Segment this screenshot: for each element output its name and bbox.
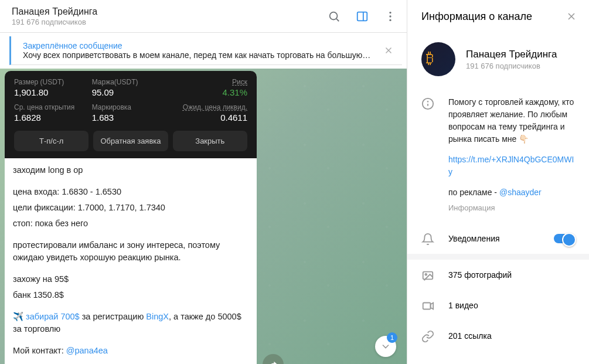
msg-line: захожу на 95$	[13, 273, 248, 285]
info-label: Информация	[448, 202, 575, 214]
msg-line: стоп: пока без него	[13, 217, 248, 230]
svg-rect-17	[423, 302, 431, 309]
message-bubble: Размер (USDT)1,901.80 Маржа(USDT)95.09 Р…	[5, 71, 257, 364]
trade-liq-label: Ожид. цена ликвид.	[169, 103, 247, 111]
trade-avg-label: Ср. цена открытия	[14, 103, 92, 111]
trade-liq-value: 0.4611	[169, 113, 247, 123]
link-icon	[421, 330, 434, 343]
trade-mark-value: 1.683	[92, 113, 170, 123]
more-icon[interactable]	[379, 5, 402, 28]
svg-rect-2	[358, 12, 367, 21]
trade-mark-label: Маркировка	[92, 103, 170, 111]
message-text: заходим long в op цена входа: 1.6830 - 1…	[5, 158, 257, 364]
avatar	[421, 42, 455, 76]
promo-link[interactable]: забирай 700$	[26, 312, 80, 321]
subscriber-count: 191 676 подписчиков	[12, 18, 322, 26]
tpsl-button[interactable]: Т-п/с-л	[14, 131, 88, 151]
pinned-title: Закреплённое сообщение	[23, 41, 373, 50]
sidebar-header: Информация о канале	[407, 0, 589, 33]
photos-row[interactable]: 375 фотографий	[407, 260, 589, 290]
search-icon[interactable]	[322, 5, 346, 28]
msg-line: заходим long в op	[13, 164, 248, 176]
reverse-button[interactable]: Обратная заявка	[93, 131, 168, 151]
svg-point-0	[330, 12, 338, 19]
notifications-row[interactable]: Уведомления	[407, 223, 589, 254]
svg-point-5	[389, 15, 391, 17]
svg-point-6	[389, 19, 391, 21]
pinned-text: Хочу всех поприветствовать в моем канале…	[23, 50, 373, 60]
pinned-message[interactable]: Закреплённое сообщение Хочу всех поприве…	[9, 36, 402, 65]
bell-icon	[421, 233, 434, 246]
trade-margin-label: Маржа(USDT)	[92, 78, 170, 86]
close-sidebar-icon[interactable]	[561, 6, 582, 27]
chat-header: Панацея Трейдинга 191 676 подписчиков	[0, 0, 407, 33]
chat-title-block[interactable]: Панацея Трейдинга 191 676 подписчиков	[12, 6, 322, 26]
promo-line: ✈️ забирай 700$ за регистрацию BingX, а …	[13, 311, 248, 335]
links-row[interactable]: 201 ссылка	[407, 321, 589, 351]
close-position-button[interactable]: Закрыть	[173, 131, 247, 151]
photo-icon	[421, 269, 434, 282]
divider	[407, 254, 589, 260]
trade-widget: Размер (USDT)1,901.80 Маржа(USDT)95.09 Р…	[5, 71, 257, 158]
share-button[interactable]	[263, 354, 284, 364]
trade-risk-label: Риск	[169, 78, 247, 86]
trade-avg-value: 1.6828	[14, 113, 92, 123]
ad-text: по рекламе - @shaayder	[448, 186, 575, 199]
links-count: 201 ссылка	[448, 331, 575, 341]
ad-contact-link[interactable]: @shaayder	[499, 188, 542, 197]
contact-link[interactable]: @pana4ea	[66, 346, 108, 355]
channel-name: Панацея Трейдинга	[466, 49, 557, 60]
channel-profile[interactable]: Панацея Трейдинга 191 676 подписчиков	[407, 33, 589, 88]
msg-line: цели фиксации: 1.7000, 1.7170, 1.7340	[13, 202, 248, 214]
msg-line: цена входа: 1.6830 - 1.6530	[13, 186, 248, 198]
sidebar-title: Информация о канале	[421, 11, 561, 23]
pinned-container: Закреплённое сообщение Хочу всех поприве…	[0, 33, 407, 69]
close-icon[interactable]	[383, 45, 394, 56]
photos-count: 375 фотографий	[448, 270, 575, 280]
svg-point-14	[428, 101, 428, 102]
description-text: Помогу с торговлей каждому, кто проявляе…	[448, 96, 575, 145]
chat-title: Панацея Трейдинга	[12, 6, 322, 17]
video-icon	[421, 300, 434, 312]
svg-marker-18	[431, 302, 434, 309]
trade-size-value: 1,901.80	[14, 87, 92, 97]
info-sidebar: Информация о канале Панацея Трейдинга 19…	[407, 0, 589, 364]
invite-link[interactable]: https://t.me/+XRJlN4QbGCE0MWIy	[448, 154, 575, 178]
videos-count: 1 видео	[448, 301, 575, 310]
notifications-label: Уведомления	[448, 234, 540, 243]
scroll-down-button[interactable]: 1	[375, 336, 396, 357]
videos-row[interactable]: 1 видео	[407, 290, 589, 321]
contact-line: Мой контакт: @pana4ea	[13, 345, 248, 357]
msg-line: протестировали имбаланс и зону интереса,…	[13, 239, 248, 264]
messages-area[interactable]: Размер (USDT)1,901.80 Маржа(USDT)95.09 Р…	[0, 69, 407, 364]
info-icon	[421, 97, 434, 214]
msg-line: банк 1350.8$	[13, 289, 248, 301]
bingx-link[interactable]: BingX	[146, 312, 169, 321]
trade-margin-value: 95.09	[92, 87, 170, 97]
channel-subscribers: 191 676 подписчиков	[466, 62, 557, 70]
channel-description: Помогу с торговлей каждому, кто проявляе…	[407, 88, 589, 223]
unread-count: 1	[387, 332, 397, 343]
trade-risk-value: 4.31%	[169, 87, 247, 97]
trade-size-label: Размер (USDT)	[14, 78, 92, 86]
notifications-toggle[interactable]	[554, 234, 575, 243]
svg-point-16	[425, 273, 427, 275]
sidebar-toggle-icon[interactable]	[350, 5, 374, 28]
svg-line-1	[336, 19, 339, 21]
svg-point-4	[389, 11, 391, 13]
